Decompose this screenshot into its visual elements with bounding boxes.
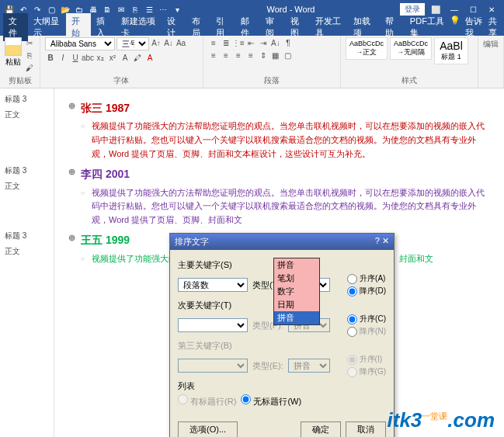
type-dropdown-list[interactable]: 拼音 笔划 数字 日期 拼音 <box>273 258 320 325</box>
heading-1[interactable]: 张三 1987 <box>81 99 488 116</box>
paste-label: 粘贴 <box>5 57 21 68</box>
group-label-clipboard: 剪贴板 <box>5 75 35 86</box>
font-size-select[interactable]: 三号 <box>116 37 149 50</box>
group-font: Alibaba Sans 三号 A↑ A↓ Aa B I U abc x₂ x²… <box>40 36 203 88</box>
secondary-key-select[interactable] <box>178 318 248 332</box>
align-center-icon[interactable]: ≡ <box>221 50 231 61</box>
style-normal[interactable]: AaBbCcDc →正文 <box>346 37 388 60</box>
third-type-select: 拼音 <box>288 359 330 373</box>
dropdown-option[interactable]: 拼音 <box>274 258 319 272</box>
highlight-icon[interactable]: 🖍 <box>132 52 143 63</box>
navigation-pane[interactable]: 标题 3 正文 标题 3 正文 标题 3 正文 <box>0 88 54 437</box>
subscript-icon[interactable]: x₂ <box>95 52 106 63</box>
desc2-radio[interactable]: 降序(N) <box>347 326 386 337</box>
text-effects-icon[interactable]: A <box>120 52 130 63</box>
dialog-help-icon[interactable]: ? <box>375 236 380 245</box>
group-label-styles: 样式 <box>346 75 473 86</box>
dropdown-option[interactable]: 日期 <box>274 298 319 311</box>
italic-icon[interactable]: I <box>57 52 68 63</box>
change-case-icon[interactable]: Aa <box>176 37 186 48</box>
superscript-icon[interactable]: x² <box>107 52 118 63</box>
asc3-radio: 升序(I) <box>347 354 386 365</box>
primary-key-select[interactable]: 段落数 <box>178 278 248 292</box>
no-header-radio[interactable]: 无标题行(W) <box>241 394 301 408</box>
has-header-radio[interactable]: 有标题行(R) <box>178 394 236 408</box>
nav-item[interactable]: 正文 <box>3 107 50 123</box>
nav-item[interactable]: 正文 <box>3 179 50 194</box>
paste-button[interactable]: 粘贴 <box>5 37 22 68</box>
align-right-icon[interactable]: ≡ <box>233 50 244 61</box>
paste-icon <box>5 37 22 56</box>
bold-icon[interactable]: B <box>45 52 56 63</box>
numbering-icon[interactable]: ≣ <box>221 37 231 48</box>
asc2-radio[interactable]: 升序(C) <box>347 314 386 324</box>
nav-item[interactable]: 标题 3 <box>3 163 50 179</box>
show-marks-icon[interactable]: ¶ <box>283 37 294 48</box>
ok-button[interactable]: 确定 <box>301 421 341 437</box>
group-paragraph: ≡ ≣ ⋮≡ ⇤ ⇥ A↓ ¶ ≡ ≡ ≡ ≡ ⇕ ▦ ▢ 段落 <box>203 36 341 88</box>
dialog-close-icon[interactable]: ✕ <box>382 236 389 245</box>
shrink-font-icon[interactable]: A↓ <box>163 37 174 48</box>
grow-font-icon[interactable]: A↑ <box>151 37 162 48</box>
format-painter-icon[interactable]: 🖌 <box>24 62 35 73</box>
group-label-editing: 编辑 <box>483 39 499 50</box>
dialog-title: 排序文字 <box>175 236 209 248</box>
group-label-font: 字体 <box>45 75 198 86</box>
strike-icon[interactable]: abc <box>82 52 93 63</box>
style-no-spacing[interactable]: AaBbCcDc →无间隔 <box>390 37 432 60</box>
sort-icon[interactable]: A↓ <box>270 37 281 48</box>
borders-icon[interactable]: ▢ <box>283 50 294 61</box>
options-button[interactable]: 选项(O)... <box>178 421 238 437</box>
dropdown-option[interactable]: 数字 <box>274 285 319 298</box>
line-spacing-icon[interactable]: ⇕ <box>258 50 269 61</box>
close-icon[interactable]: ✕ <box>484 5 499 14</box>
maximize-icon[interactable]: ☐ <box>465 5 481 14</box>
ribbon-options-icon[interactable]: ⬜ <box>428 5 443 14</box>
dropdown-option[interactable]: 笔划 <box>274 272 319 285</box>
dialog-titlebar[interactable]: 排序文字 ? ✕ <box>170 234 394 250</box>
third-key-label: 第三关键字(B) <box>178 340 386 352</box>
group-editing: 编辑 <box>478 36 504 88</box>
cut-icon[interactable]: ✂ <box>24 37 35 48</box>
nav-item[interactable]: 标题 3 <box>3 92 50 107</box>
ribbon: 粘贴 ✂ ⎘ 🖌 剪贴板 Alibaba Sans 三号 A↑ A↓ Aa B … <box>0 36 504 88</box>
shading-icon[interactable]: ▦ <box>270 50 281 61</box>
font-name-select[interactable]: Alibaba Sans <box>45 37 115 50</box>
type3-label: 类型(E): <box>252 360 283 372</box>
asc-radio[interactable]: 升序(A) <box>347 273 386 284</box>
paragraph[interactable]: 视频提供了功能强大的方法帮助您证明您的观点。当您单击联机视频时，可以在想要添加的… <box>92 186 488 227</box>
group-label-paragraph: 段落 <box>208 75 335 86</box>
justify-icon[interactable]: ≡ <box>245 50 256 61</box>
desc-radio[interactable]: 降序(D) <box>347 286 386 297</box>
nav-item[interactable]: 正文 <box>3 244 50 259</box>
align-left-icon[interactable]: ≡ <box>208 50 219 61</box>
dec-indent-icon[interactable]: ⇤ <box>245 37 256 48</box>
dropdown-option-selected[interactable]: 拼音 <box>274 311 319 324</box>
font-color-icon[interactable]: A <box>144 52 155 63</box>
group-styles: AaBbCcDc →正文 AaBbCcDc →无间隔 AaBl 标题 1 样式 <box>341 36 478 88</box>
cancel-button[interactable]: 取消 <box>346 421 386 437</box>
ribbon-tabs: 文件 大纲显示 开始 插入 新建选项卡 设计 布局 引用 邮件 审阅 视图 开发… <box>0 19 504 36</box>
multilevel-icon[interactable]: ⋮≡ <box>233 37 244 48</box>
minimize-icon[interactable]: — <box>447 5 462 14</box>
heading-2[interactable]: 李四 2001 <box>81 165 488 182</box>
desc3-radio: 降序(G) <box>347 366 386 377</box>
watermark: itk3一堂课.com <box>388 408 495 432</box>
bullets-icon[interactable]: ≡ <box>208 37 219 48</box>
group-clipboard: 粘贴 ✂ ⎘ 🖌 剪贴板 <box>0 36 40 88</box>
style-heading1[interactable]: AaBl 标题 1 <box>434 37 468 64</box>
copy-icon[interactable]: ⎘ <box>24 50 35 61</box>
nav-item[interactable]: 标题 3 <box>3 228 50 244</box>
list-label: 列表 <box>178 380 386 392</box>
underline-icon[interactable]: U <box>70 52 81 63</box>
third-key-select <box>178 359 248 373</box>
paragraph[interactable]: 视频提供了功能强大的方法帮助您证明您的观点。当您单击联机视频时，可以在想要添加的… <box>92 120 488 161</box>
inc-indent-icon[interactable]: ⇥ <box>258 37 269 48</box>
